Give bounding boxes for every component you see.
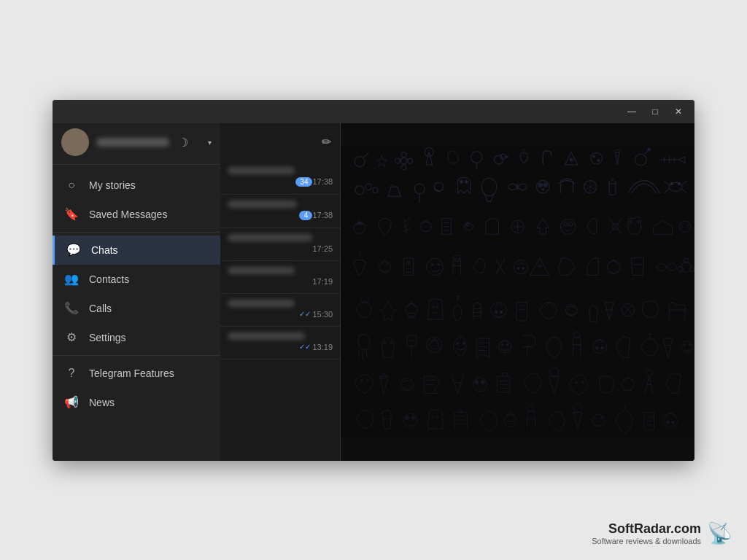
settings-icon: ⚙ (64, 330, 79, 345)
svg-point-64 (438, 263, 440, 265)
watermark-title: SoftRadar.com (592, 521, 701, 537)
app-window: — □ ✕ ☽ ▾ ○My stories🔖Saved Messages💬Cha… (53, 100, 694, 461)
close-button[interactable]: ✕ (668, 104, 689, 119)
sidebar-item-label-settings: Settings (89, 332, 209, 343)
maximize-button[interactable]: □ (645, 104, 665, 119)
chat-item[interactable]: 17:25 (220, 228, 340, 261)
sidebar-header: ☽ ▾ (53, 123, 220, 161)
svg-point-139 (667, 421, 669, 423)
chevron-down-icon[interactable]: ▾ (208, 138, 212, 146)
chat-item[interactable]: 417:38 (220, 195, 340, 228)
svg-point-94 (457, 342, 459, 344)
svg-point-89 (384, 341, 386, 343)
svg-point-135 (594, 416, 596, 419)
chat-name-blur (228, 234, 312, 241)
svg-point-140 (672, 421, 674, 423)
svg-point-116 (476, 381, 478, 383)
chat-item-row: ✓✓15:30 (228, 310, 333, 319)
svg-point-71 (538, 264, 541, 266)
svg-point-129 (437, 416, 439, 419)
chat-item-row: 3417:38 (228, 177, 333, 187)
sidebar-item-calls[interactable]: 📞Calls (53, 294, 220, 323)
chat-item-row: 417:38 (228, 211, 333, 220)
svg-point-40 (544, 184, 546, 186)
chat-name-blur (228, 267, 295, 274)
svg-point-39 (539, 184, 541, 186)
svg-point-128 (432, 416, 434, 419)
svg-point-15 (570, 158, 572, 160)
svg-point-119 (575, 381, 577, 384)
nav-divider (53, 355, 220, 356)
svg-point-103 (601, 346, 603, 349)
username-blur (96, 138, 169, 147)
chat-list-panel: ✏ 3417:38417:3817:2517:19✓✓15:30✓✓13:19 (220, 123, 341, 461)
sidebar-item-label-my-stories: My stories (89, 179, 209, 191)
svg-point-107 (688, 343, 690, 346)
calls-icon: 📞 (64, 301, 79, 316)
sidebar-item-news[interactable]: 📢News (53, 388, 220, 417)
chat-item[interactable]: 17:19 (220, 261, 340, 294)
sidebar-item-telegram-features[interactable]: ?Telegram Features (53, 359, 220, 388)
sidebar-item-label-telegram-features: Telegram Features (89, 368, 209, 379)
wifi-icon: 📡 (707, 521, 732, 545)
chat-time: 17:38 (312, 177, 333, 186)
chat-item[interactable]: ✓✓13:19 (220, 327, 340, 359)
chat-time: 17:19 (312, 277, 333, 286)
sidebar-item-saved-messages[interactable]: 🔖Saved Messages (53, 200, 220, 229)
chat-name-blur (228, 167, 295, 174)
svg-point-98 (506, 343, 508, 346)
svg-point-44 (678, 182, 680, 184)
chat-item[interactable]: 3417:38 (220, 161, 340, 195)
svg-point-62 (406, 260, 410, 264)
chat-badge: 34 (295, 177, 312, 187)
my-stories-icon: ○ (64, 178, 79, 192)
watermark: SoftRadar.com Software reviews & downloa… (592, 521, 732, 545)
nav-divider (53, 232, 220, 233)
svg-point-84 (500, 311, 502, 313)
chat-name-blur (228, 332, 305, 340)
double-check-icon: ✓✓ (299, 310, 311, 318)
svg-point-17 (593, 155, 595, 158)
avatar (61, 128, 89, 156)
content-area: ☽ ▾ ○My stories🔖Saved Messages💬Chats👥Con… (53, 123, 694, 461)
saved-messages-icon: 🔖 (64, 207, 79, 222)
chat-item-row: ✓✓13:19 (228, 343, 333, 351)
compose-icon[interactable]: ✏ (322, 135, 331, 149)
svg-point-90 (390, 341, 392, 343)
main-content (341, 123, 694, 461)
double-check-icon: ✓✓ (299, 343, 311, 351)
svg-point-127 (412, 416, 414, 419)
svg-point-47 (465, 222, 469, 226)
svg-point-80 (436, 306, 438, 308)
pattern-background (341, 123, 694, 461)
svg-point-102 (596, 346, 598, 349)
svg-point-108 (360, 379, 363, 381)
svg-point-97 (501, 343, 503, 346)
svg-point-79 (433, 306, 435, 308)
chat-item[interactable]: ✓✓15:30 (220, 294, 340, 327)
news-icon: 📢 (64, 395, 79, 410)
svg-point-63 (431, 263, 433, 265)
sidebar-item-label-calls: Calls (89, 303, 209, 314)
svg-point-58 (637, 220, 639, 222)
svg-point-95 (463, 342, 465, 344)
telegram-features-icon: ? (64, 366, 79, 381)
sidebar-item-my-stories[interactable]: ○My stories (53, 171, 220, 200)
svg-point-32 (465, 180, 468, 182)
sidebar-item-chats[interactable]: 💬Chats (53, 236, 220, 265)
minimize-button[interactable]: — (622, 104, 642, 119)
svg-point-117 (482, 381, 484, 383)
svg-point-120 (581, 381, 584, 384)
sidebar-item-contacts[interactable]: 👥Contacts (53, 265, 220, 294)
contacts-icon: 👥 (64, 272, 79, 287)
sidebar-item-label-contacts: Contacts (89, 273, 209, 285)
svg-point-70 (522, 267, 525, 269)
svg-point-83 (495, 311, 497, 313)
sidebar-nav: ○My stories🔖Saved Messages💬Chats👥Contact… (53, 168, 220, 461)
sidebar-item-label-news: News (89, 397, 209, 408)
sidebar-item-settings[interactable]: ⚙Settings (53, 323, 220, 352)
sidebar-item-label-chats: Chats (91, 244, 209, 256)
moon-icon[interactable]: ☽ (178, 135, 188, 149)
window-controls: — □ ✕ (622, 104, 689, 119)
nav-divider (53, 164, 220, 165)
